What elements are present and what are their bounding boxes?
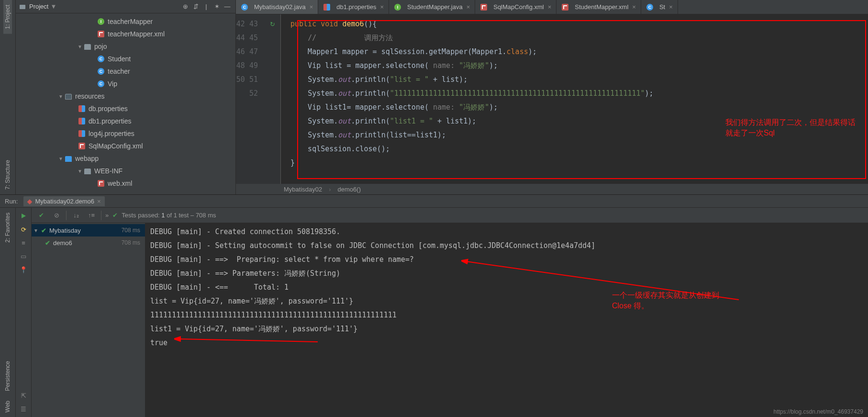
check-icon: ✔: [45, 239, 50, 247]
diamond-icon: ◆: [27, 198, 32, 205]
project-header: Project ▼ ⊕ ⇵ | ✶ —: [16, 0, 235, 13]
locate-icon[interactable]: ⊕: [180, 1, 190, 12]
test-tree-root[interactable]: ▼ ✔ Mybatisday 708 ms: [32, 224, 145, 237]
tree-node-properties[interactable]: db.properties: [16, 102, 235, 115]
tree-label: pojo: [94, 43, 107, 50]
hide-icon[interactable]: —: [222, 1, 233, 12]
editor-tab[interactable]: SqlMapConfig.xml ×: [475, 0, 556, 14]
tab-label: db1.properties: [336, 3, 376, 11]
tree-label: teacherMapper: [108, 18, 153, 25]
tool-tab-project[interactable]: 1: Project: [3, 0, 12, 34]
project-tree[interactable]: IteacherMapper teacherMapper.xml ▼pojo C…: [16, 13, 235, 194]
tree-label: WEB-INF: [94, 167, 122, 175]
tab-label: StudentMapper.java: [407, 3, 463, 11]
tree-folder-resources[interactable]: ▼resources: [16, 90, 235, 102]
project-tool-window: Project ▼ ⊕ ⇵ | ✶ — IteacherMapper teach…: [16, 0, 236, 194]
tree-node-properties[interactable]: log4j.properties: [16, 127, 235, 140]
breadcrumb-method[interactable]: demo6(): [338, 186, 361, 193]
console-output[interactable]: DEBUG [main] - Created connection 508198…: [145, 223, 868, 417]
sort-button[interactable]: ↓₂: [70, 210, 82, 221]
code-viewport[interactable]: 42 43 44 45 46 47 48 49 50 51 52 ↻ publi…: [236, 14, 868, 184]
close-icon[interactable]: ×: [310, 3, 313, 11]
tree-folder-webapp[interactable]: ▼webapp: [16, 152, 235, 165]
tree-node-interface[interactable]: IteacherMapper: [16, 15, 235, 28]
test-tree[interactable]: ▼ ✔ Mybatisday 708 ms ✔ demo6 708 ms: [32, 223, 145, 417]
tree-label: teacher: [108, 68, 130, 75]
tree-folder-pojo[interactable]: ▼pojo: [16, 40, 235, 53]
stop-button[interactable]: ≡: [18, 237, 29, 248]
tree-folder-webinf[interactable]: ▼WEB-INF: [16, 165, 235, 177]
collapse-icon[interactable]: ⇵: [190, 1, 201, 12]
code-area[interactable]: public void demo6(){ // 调用方法 Mapper1 map…: [281, 14, 868, 184]
project-title[interactable]: Project: [29, 3, 48, 10]
divider-icon: |: [201, 1, 211, 12]
tab-label: Mybatisday02.java: [254, 3, 306, 11]
tool-tab-favorites[interactable]: 2: Favorites: [3, 208, 12, 248]
breadcrumb-class[interactable]: Mybatisday02: [284, 186, 322, 193]
check-icon: ✔: [112, 212, 118, 219]
check-icon: ✔: [41, 227, 46, 234]
export-button[interactable]: ⇱: [18, 390, 29, 401]
sort2-button[interactable]: ↑≡: [86, 210, 97, 221]
watermark: https://blog.csdn.net/m0_46937429: [774, 408, 863, 415]
test-tree-leaf[interactable]: ✔ demo6 708 ms: [32, 237, 145, 249]
more-button[interactable]: ☰: [18, 404, 29, 414]
editor-tab[interactable]: I StudentMapper.java ×: [389, 0, 475, 14]
tree-node-xml[interactable]: web.xml: [16, 177, 235, 190]
gutter-icons: ↻: [265, 14, 281, 184]
close-icon[interactable]: ×: [380, 3, 384, 11]
project-icon: [19, 3, 26, 11]
file-icon: [561, 3, 569, 11]
file-icon: C: [241, 3, 248, 11]
tree-label: web.xml: [108, 180, 132, 187]
tool-tab-web[interactable]: Web: [3, 396, 12, 417]
tree-node-properties[interactable]: db1.properties: [16, 115, 235, 127]
close-icon[interactable]: ×: [632, 3, 636, 11]
tree-node-class[interactable]: CStudent: [16, 53, 235, 65]
file-icon: C: [646, 3, 654, 11]
layout-button[interactable]: ▭: [18, 251, 29, 261]
tree-node-class[interactable]: Cteacher: [16, 65, 235, 78]
annotation-text-1: 我们得方法调用了二次，但是结果得话就走了一次Sql: [725, 117, 856, 138]
disable-button[interactable]: ⊘: [51, 210, 62, 221]
chevrons-icon: »: [105, 212, 109, 219]
chevron-down-icon[interactable]: ▼: [33, 228, 38, 233]
tool-window-bar-left: 1: Project 7: Structure: [0, 0, 16, 194]
chevron-down-icon[interactable]: ▼: [58, 94, 64, 99]
editor-tab[interactable]: StudentMapper.xml ×: [556, 0, 641, 14]
breadcrumb-sep: ›: [329, 186, 331, 193]
close-icon[interactable]: ×: [669, 3, 673, 11]
check-button[interactable]: ✔: [35, 210, 47, 221]
run-config-tab[interactable]: ◆ Mybatisday02.demo6 ×: [23, 196, 104, 206]
test-name: demo6: [53, 239, 72, 247]
editor-tab[interactable]: db1.properties ×: [318, 0, 389, 14]
tree-node-xml[interactable]: SqlMapConfig.xml: [16, 140, 235, 152]
run-config-name: Mybatisday02.demo6: [35, 198, 94, 205]
tab-label: SqlMapConfig.xml: [493, 3, 544, 11]
run-gutter-icon[interactable]: ↻: [270, 21, 275, 28]
test-time: 708 ms: [122, 239, 143, 246]
chevron-down-icon[interactable]: ▼: [77, 44, 83, 49]
annotation-text-2: 一个一级缓存其实就是从创建到Close 得。: [612, 269, 719, 332]
tool-tab-structure[interactable]: 7: Structure: [3, 155, 12, 194]
tree-label: webapp: [75, 155, 99, 162]
editor-tab[interactable]: C Mybatisday02.java ×: [236, 0, 318, 14]
run-tab-bar: Run: ◆ Mybatisday02.demo6 ×: [0, 195, 868, 208]
gear-icon[interactable]: ✶: [211, 1, 222, 12]
pin-button[interactable]: 📍: [18, 264, 29, 275]
close-icon[interactable]: ×: [548, 3, 552, 11]
tool-tab-persistence[interactable]: Persistence: [3, 356, 12, 396]
tree-node-xml[interactable]: teacherMapper.xml: [16, 28, 235, 40]
svg-line-3: [179, 339, 318, 342]
tree-label: resources: [75, 92, 104, 100]
close-icon[interactable]: ×: [467, 3, 470, 11]
close-icon[interactable]: ×: [97, 198, 101, 205]
toggle-button[interactable]: ⟳: [18, 224, 29, 235]
chevron-down-icon[interactable]: ▼: [50, 3, 56, 10]
chevron-down-icon[interactable]: ▼: [58, 156, 64, 161]
tree-node-class[interactable]: CVip: [16, 78, 235, 90]
run-control-column: ⟳ ≡ ▭ 📍 ⇱ ☰: [16, 208, 32, 417]
rerun-button[interactable]: [18, 211, 29, 221]
chevron-down-icon[interactable]: ▼: [77, 169, 83, 174]
editor-tab[interactable]: C St ×: [641, 0, 678, 14]
